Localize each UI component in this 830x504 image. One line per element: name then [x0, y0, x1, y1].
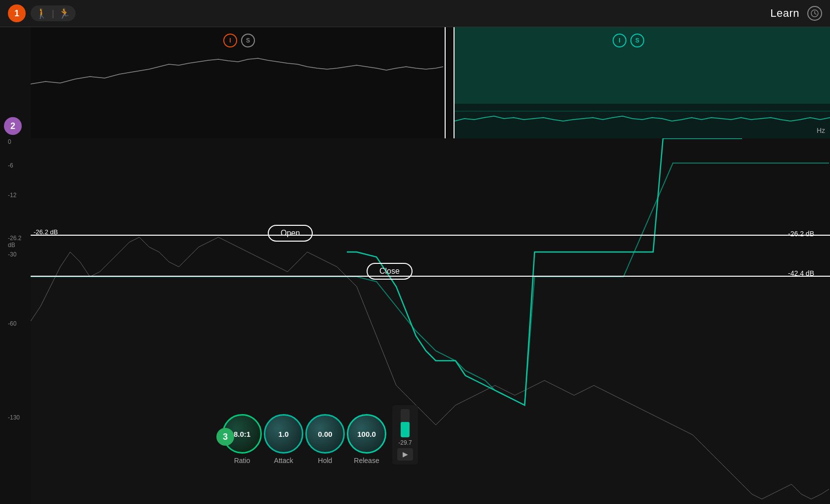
- svg-rect-8: [31, 277, 830, 504]
- db-axis: 0 -6 -12 -26.2 dB -30 -60 -130: [4, 138, 30, 504]
- close-threshold-label[interactable]: Close: [367, 263, 413, 280]
- stick-figure-2-icon: 🏃: [58, 7, 71, 19]
- top-bar: 1 🚶 | 🏃 Learn: [0, 0, 830, 27]
- db-label-0: 0: [8, 138, 11, 145]
- freq-badge-group-left: I S: [223, 34, 255, 47]
- compressor-waveform: [31, 138, 830, 504]
- meter-bar: [401, 409, 410, 437]
- badge-number-3: 3: [216, 428, 234, 446]
- db-label-26: -26.2 dB: [8, 235, 30, 249]
- playhead-line: [445, 25, 446, 138]
- hold-knob-wrapper: 0.00 Hold: [305, 414, 345, 464]
- teal-waveform-strip: [455, 104, 830, 138]
- db-label-30: -30: [8, 251, 16, 258]
- top-bar-right: Learn: [770, 6, 822, 21]
- db-label-6: -6: [8, 162, 13, 169]
- freq-badge-group-right: I S: [613, 34, 644, 47]
- freq-left-panel: I S: [31, 25, 455, 138]
- midi-icon[interactable]: [807, 6, 822, 21]
- badge-number-2: 2: [4, 117, 22, 135]
- svg-rect-5: [455, 104, 830, 138]
- meter-db-label: -29.7: [398, 439, 412, 446]
- attack-label: Attack: [274, 457, 293, 464]
- frequency-row: I S I S: [31, 25, 830, 138]
- db-label-60: -60: [8, 320, 16, 327]
- freq-right-panel: I S Hz: [455, 25, 830, 138]
- open-threshold-line: [31, 235, 830, 236]
- s-badge-right[interactable]: S: [630, 34, 644, 47]
- open-threshold-label[interactable]: Open: [268, 225, 313, 242]
- release-value: 100.0: [357, 430, 376, 438]
- ratio-label: Ratio: [234, 457, 250, 464]
- close-db-value: -42.4 dB: [788, 269, 814, 277]
- top-controls: 🚶 | 🏃: [31, 5, 76, 21]
- hz-label: Hz: [817, 126, 825, 134]
- i-badge-left[interactable]: I: [223, 34, 237, 47]
- knob-panel: 8.0:1 Ratio 1.0 Attack 0.00 Hold 100.0 R…: [222, 405, 418, 464]
- attack-knob-wrapper: 1.0 Attack: [264, 414, 303, 464]
- release-knob-wrapper: 100.0 Release: [347, 414, 386, 464]
- attack-knob[interactable]: 1.0: [264, 414, 303, 454]
- s-badge-left[interactable]: S: [241, 34, 255, 47]
- hold-value: 0.00: [318, 430, 332, 438]
- db-label-130: -130: [8, 414, 20, 421]
- learn-button[interactable]: Learn: [770, 7, 799, 20]
- ratio-value: 8.0:1: [234, 430, 250, 438]
- open-db-value: -26.2 dB: [788, 230, 814, 238]
- db-label-12: -12: [8, 192, 16, 199]
- hold-knob[interactable]: 0.00: [305, 414, 345, 454]
- attack-value: 1.0: [279, 430, 289, 438]
- release-label: Release: [354, 457, 379, 464]
- badge-number-1: 1: [8, 4, 26, 22]
- stick-figure-icon: 🚶: [36, 7, 48, 19]
- close-threshold-line: [31, 276, 830, 277]
- compressor-area: Open Close -26.2 dB -42.4 dB: [31, 138, 830, 504]
- play-button[interactable]: ▶: [397, 448, 413, 461]
- release-knob[interactable]: 100.0: [347, 414, 386, 454]
- meter-fill: [401, 422, 410, 437]
- hold-label: Hold: [318, 457, 332, 464]
- i-badge-right[interactable]: I: [613, 34, 626, 47]
- divider-icon: |: [52, 8, 54, 19]
- meter-panel: -29.7 ▶: [392, 405, 418, 464]
- top-bar-left: 1 🚶 | 🏃: [8, 4, 76, 22]
- open-db-inline: -26.2 dB: [34, 228, 58, 236]
